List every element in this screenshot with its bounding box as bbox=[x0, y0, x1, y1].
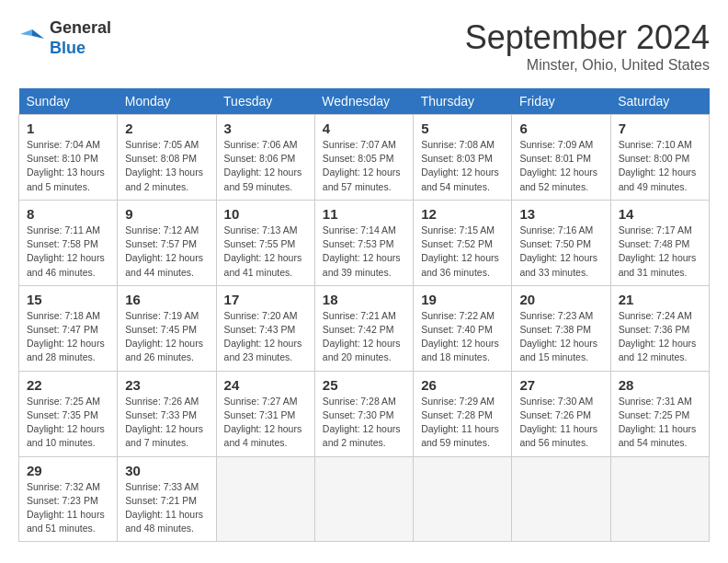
table-row: 28Sunrise: 7:31 AMSunset: 7:25 PMDayligh… bbox=[610, 371, 709, 456]
table-row bbox=[216, 456, 314, 542]
table-row: 8Sunrise: 7:11 AMSunset: 7:58 PMDaylight… bbox=[19, 200, 118, 285]
day-info: Sunrise: 7:09 AMSunset: 8:01 PMDaylight:… bbox=[519, 138, 602, 194]
day-number: 10 bbox=[224, 206, 307, 222]
calendar-week-row: 22Sunrise: 7:25 AMSunset: 7:35 PMDayligh… bbox=[19, 371, 710, 456]
day-number: 5 bbox=[421, 121, 504, 136]
day-number: 18 bbox=[323, 292, 405, 307]
day-info: Sunrise: 7:25 AMSunset: 7:35 PMDaylight:… bbox=[27, 395, 109, 451]
title-block: September 2024 Minster, Ohio, United Sta… bbox=[465, 18, 710, 74]
day-number: 7 bbox=[619, 121, 701, 136]
table-row bbox=[610, 456, 709, 542]
logo-text: General Blue bbox=[50, 18, 111, 58]
col-wednesday: Wednesday bbox=[314, 88, 413, 115]
day-number: 17 bbox=[224, 292, 307, 307]
day-number: 2 bbox=[125, 121, 208, 136]
day-info: Sunrise: 7:33 AMSunset: 7:21 PMDaylight:… bbox=[125, 480, 208, 536]
day-number: 14 bbox=[619, 206, 701, 222]
day-info: Sunrise: 7:08 AMSunset: 8:03 PMDaylight:… bbox=[421, 138, 504, 194]
day-number: 27 bbox=[519, 377, 602, 393]
table-row: 16Sunrise: 7:19 AMSunset: 7:45 PMDayligh… bbox=[118, 285, 216, 371]
day-number: 20 bbox=[519, 292, 602, 307]
day-info: Sunrise: 7:21 AMSunset: 7:42 PMDaylight:… bbox=[323, 309, 405, 365]
table-row: 10Sunrise: 7:13 AMSunset: 7:55 PMDayligh… bbox=[216, 200, 314, 285]
day-info: Sunrise: 7:05 AMSunset: 8:08 PMDaylight:… bbox=[125, 138, 208, 194]
day-info: Sunrise: 7:04 AMSunset: 8:10 PMDaylight:… bbox=[27, 138, 109, 194]
table-row: 9Sunrise: 7:12 AMSunset: 7:57 PMDaylight… bbox=[118, 200, 216, 285]
month-title: September 2024 bbox=[465, 18, 710, 57]
table-row: 24Sunrise: 7:27 AMSunset: 7:31 PMDayligh… bbox=[216, 371, 314, 456]
day-number: 23 bbox=[125, 377, 208, 393]
day-number: 12 bbox=[421, 206, 504, 222]
calendar-table: Sunday Monday Tuesday Wednesday Thursday… bbox=[18, 88, 710, 542]
day-number: 6 bbox=[519, 121, 602, 136]
day-info: Sunrise: 7:23 AMSunset: 7:38 PMDaylight:… bbox=[519, 309, 602, 365]
day-info: Sunrise: 7:07 AMSunset: 8:05 PMDaylight:… bbox=[323, 138, 405, 194]
day-number: 30 bbox=[125, 463, 208, 478]
svg-marker-1 bbox=[20, 29, 32, 36]
calendar-week-row: 1Sunrise: 7:04 AMSunset: 8:10 PMDaylight… bbox=[19, 115, 710, 201]
day-number: 15 bbox=[27, 292, 109, 307]
day-info: Sunrise: 7:24 AMSunset: 7:36 PMDaylight:… bbox=[619, 309, 701, 365]
table-row: 2Sunrise: 7:05 AMSunset: 8:08 PMDaylight… bbox=[118, 115, 216, 201]
table-row: 19Sunrise: 7:22 AMSunset: 7:40 PMDayligh… bbox=[414, 285, 512, 371]
day-info: Sunrise: 7:29 AMSunset: 7:28 PMDaylight:… bbox=[421, 395, 504, 451]
calendar-week-row: 29Sunrise: 7:32 AMSunset: 7:23 PMDayligh… bbox=[19, 456, 710, 542]
day-info: Sunrise: 7:22 AMSunset: 7:40 PMDaylight:… bbox=[421, 309, 504, 365]
table-row bbox=[414, 456, 512, 542]
table-row: 18Sunrise: 7:21 AMSunset: 7:42 PMDayligh… bbox=[314, 285, 413, 371]
svg-marker-0 bbox=[32, 29, 44, 39]
day-number: 3 bbox=[224, 121, 307, 136]
table-row: 14Sunrise: 7:17 AMSunset: 7:48 PMDayligh… bbox=[610, 200, 709, 285]
day-info: Sunrise: 7:32 AMSunset: 7:23 PMDaylight:… bbox=[27, 480, 109, 536]
calendar-body: 1Sunrise: 7:04 AMSunset: 8:10 PMDaylight… bbox=[19, 115, 710, 542]
day-info: Sunrise: 7:10 AMSunset: 8:00 PMDaylight:… bbox=[619, 138, 701, 194]
page-header: General Blue September 2024 Minster, Ohi… bbox=[18, 18, 710, 74]
calendar-week-row: 15Sunrise: 7:18 AMSunset: 7:47 PMDayligh… bbox=[19, 285, 710, 371]
day-info: Sunrise: 7:11 AMSunset: 7:58 PMDaylight:… bbox=[27, 224, 109, 280]
day-number: 28 bbox=[619, 377, 701, 393]
day-info: Sunrise: 7:06 AMSunset: 8:06 PMDaylight:… bbox=[224, 138, 307, 194]
day-number: 8 bbox=[27, 206, 109, 222]
day-info: Sunrise: 7:27 AMSunset: 7:31 PMDaylight:… bbox=[224, 395, 307, 451]
table-row: 11Sunrise: 7:14 AMSunset: 7:53 PMDayligh… bbox=[314, 200, 413, 285]
logo-bird-icon bbox=[18, 25, 46, 52]
table-row: 22Sunrise: 7:25 AMSunset: 7:35 PMDayligh… bbox=[19, 371, 118, 456]
calendar-week-row: 8Sunrise: 7:11 AMSunset: 7:58 PMDaylight… bbox=[19, 200, 710, 285]
day-info: Sunrise: 7:17 AMSunset: 7:48 PMDaylight:… bbox=[619, 224, 701, 280]
day-number: 19 bbox=[421, 292, 504, 307]
day-number: 9 bbox=[125, 206, 208, 222]
table-row: 13Sunrise: 7:16 AMSunset: 7:50 PMDayligh… bbox=[512, 200, 610, 285]
table-row: 12Sunrise: 7:15 AMSunset: 7:52 PMDayligh… bbox=[414, 200, 512, 285]
day-info: Sunrise: 7:28 AMSunset: 7:30 PMDaylight:… bbox=[323, 395, 405, 451]
day-info: Sunrise: 7:30 AMSunset: 7:26 PMDaylight:… bbox=[519, 395, 602, 451]
col-monday: Monday bbox=[118, 88, 216, 115]
table-row: 29Sunrise: 7:32 AMSunset: 7:23 PMDayligh… bbox=[19, 456, 118, 542]
day-number: 13 bbox=[519, 206, 602, 222]
day-number: 1 bbox=[27, 121, 109, 136]
col-sunday: Sunday bbox=[19, 88, 118, 115]
table-row bbox=[512, 456, 610, 542]
table-row: 30Sunrise: 7:33 AMSunset: 7:21 PMDayligh… bbox=[118, 456, 216, 542]
day-info: Sunrise: 7:18 AMSunset: 7:47 PMDaylight:… bbox=[27, 309, 109, 365]
table-row: 23Sunrise: 7:26 AMSunset: 7:33 PMDayligh… bbox=[118, 371, 216, 456]
table-row: 3Sunrise: 7:06 AMSunset: 8:06 PMDaylight… bbox=[216, 115, 314, 201]
table-row: 27Sunrise: 7:30 AMSunset: 7:26 PMDayligh… bbox=[512, 371, 610, 456]
day-info: Sunrise: 7:19 AMSunset: 7:45 PMDaylight:… bbox=[125, 309, 208, 365]
location-title: Minster, Ohio, United States bbox=[465, 57, 710, 74]
logo: General Blue bbox=[18, 18, 111, 58]
day-number: 25 bbox=[323, 377, 405, 393]
day-info: Sunrise: 7:26 AMSunset: 7:33 PMDaylight:… bbox=[125, 395, 208, 451]
calendar-header-row: Sunday Monday Tuesday Wednesday Thursday… bbox=[19, 88, 710, 115]
table-row: 4Sunrise: 7:07 AMSunset: 8:05 PMDaylight… bbox=[314, 115, 413, 201]
col-thursday: Thursday bbox=[414, 88, 512, 115]
table-row: 25Sunrise: 7:28 AMSunset: 7:30 PMDayligh… bbox=[314, 371, 413, 456]
day-info: Sunrise: 7:20 AMSunset: 7:43 PMDaylight:… bbox=[224, 309, 307, 365]
day-number: 11 bbox=[323, 206, 405, 222]
col-friday: Friday bbox=[512, 88, 610, 115]
table-row: 26Sunrise: 7:29 AMSunset: 7:28 PMDayligh… bbox=[414, 371, 512, 456]
table-row: 1Sunrise: 7:04 AMSunset: 8:10 PMDaylight… bbox=[19, 115, 118, 201]
table-row bbox=[314, 456, 413, 542]
day-info: Sunrise: 7:12 AMSunset: 7:57 PMDaylight:… bbox=[125, 224, 208, 280]
day-number: 22 bbox=[27, 377, 109, 393]
day-number: 26 bbox=[421, 377, 504, 393]
